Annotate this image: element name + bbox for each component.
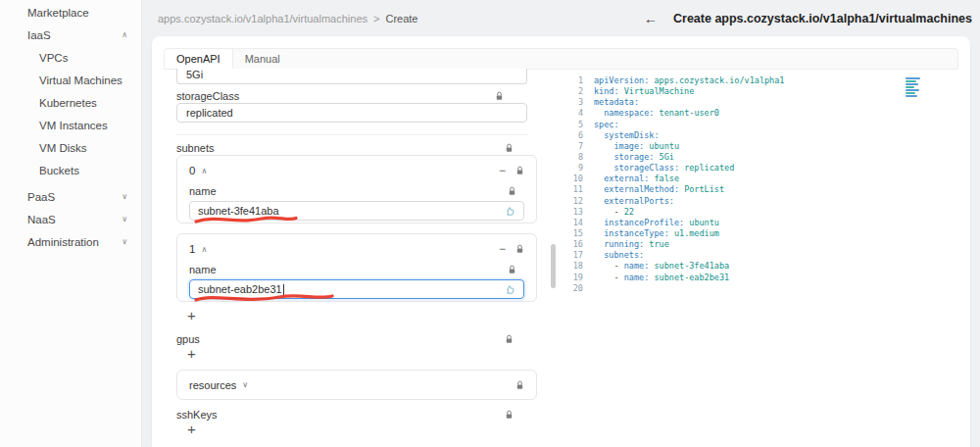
- storageclass-input[interactable]: replicated: [176, 103, 527, 123]
- sidebar-item-vm-instances[interactable]: VM Instances: [0, 114, 141, 136]
- name-label: name: [189, 185, 217, 197]
- storageclass-label: storageClass: [176, 90, 239, 102]
- remove-item-button[interactable]: −: [499, 164, 506, 177]
- storage-input[interactable]: 5Gi: [176, 69, 527, 84]
- code-line: 3metadata:: [568, 97, 956, 108]
- subnet-item-1-card: 1 ∧ − name subnet-eab2be31: [176, 233, 537, 302]
- resources-card[interactable]: resources ∨: [176, 370, 537, 400]
- code-line: 8 storage: 5Gi: [568, 152, 956, 163]
- sidebar-item-virtual-machines[interactable]: Virtual Machines: [0, 69, 141, 91]
- subnet-item-0-index: 0: [189, 165, 195, 176]
- code-line: 7 image: ubuntu: [568, 141, 956, 152]
- code-line: 14 instanceProfile: ubuntu: [568, 218, 956, 228]
- collapse-chevron-icon[interactable]: ∧: [201, 245, 207, 254]
- code-line: 17 subnets:: [568, 250, 956, 261]
- code-line: 12 externalPorts:: [568, 196, 956, 207]
- lock-icon[interactable]: [508, 186, 520, 196]
- sidebar-item-naas[interactable]: NaaS∨: [0, 208, 141, 230]
- tabbar: OpenAPI Manual: [164, 48, 958, 70]
- thumb-up-icon[interactable]: [505, 284, 515, 295]
- sidebar-item-paas[interactable]: PaaS∨: [0, 185, 141, 208]
- code-line: 2kind: VirtualMachine: [568, 86, 956, 97]
- collapse-chevron-icon[interactable]: ∧: [201, 167, 207, 175]
- subnet-item-1-name-row: name: [189, 264, 524, 275]
- gpus-label: gpus: [176, 333, 200, 345]
- page-title: Create apps.cozystack.io/v1alpha1/virtua…: [673, 12, 972, 25]
- add-subnet-button[interactable]: +: [187, 309, 196, 323]
- code-line: 20: [568, 283, 956, 294]
- page: Marketplace IaaS∧ VPCs Virtual Machines …: [0, 0, 980, 447]
- subnet-item-1-header: 1 ∧ −: [189, 242, 524, 256]
- code-line: 11 externalMethod: PortList: [568, 184, 956, 195]
- code-line: 10 external: false: [568, 174, 956, 184]
- subnet-item-0-name-row: name: [189, 185, 524, 197]
- lock-icon[interactable]: [515, 380, 524, 390]
- subnet-item-0-header: 0 ∧ −: [189, 164, 524, 177]
- subnet-item-1-index: 1: [189, 243, 195, 255]
- lock-icon[interactable]: [495, 91, 515, 101]
- lock-icon[interactable]: [515, 244, 524, 254]
- sidebar-item-vpcs[interactable]: VPCs: [0, 46, 141, 69]
- code-line: 15 instanceType: u1.medium: [568, 228, 956, 239]
- add-sshkey-button[interactable]: +: [187, 422, 196, 436]
- gpus-label-row: gpus: [176, 333, 537, 345]
- form-scrollbar[interactable]: [551, 244, 556, 288]
- subnets-label-row: subnets: [176, 142, 537, 154]
- code-line: 16 running: true: [568, 239, 956, 250]
- sidebar-item-iaas[interactable]: IaaS∧: [0, 24, 141, 46]
- chevron-down-icon: ∨: [122, 237, 127, 246]
- resources-label: resources: [189, 379, 236, 391]
- section-divider: [176, 134, 527, 135]
- header-right: ← Create apps.cozystack.io/v1alpha1/virt…: [644, 11, 972, 26]
- chevron-down-icon: ∨: [122, 215, 127, 224]
- lock-icon[interactable]: [505, 143, 525, 153]
- subnet-item-0-card: 0 ∧ − name subnet-3fe41aba: [176, 155, 537, 224]
- chevron-down-icon: ∨: [122, 192, 127, 201]
- lock-icon[interactable]: [505, 410, 525, 420]
- code-line: 5spec:: [568, 120, 956, 130]
- code-line: 4 namespace: tenant-user0: [568, 108, 956, 119]
- sshkeys-label: sshKeys: [176, 409, 218, 421]
- subnet-0-name-input[interactable]: subnet-3fe41aba: [189, 201, 524, 221]
- code-line: 1apiVersion: apps.cozystack.io/v1alpha1: [568, 75, 956, 86]
- code-line: 9 storageClass: replicated: [568, 163, 956, 174]
- code-line: 13 - 22: [568, 207, 956, 218]
- chevron-up-icon: ∧: [122, 30, 127, 39]
- breadcrumb-resource-link[interactable]: apps.cozystack.io/v1alpha1/virtualmachin…: [158, 13, 368, 25]
- code-line: 18 - name: subnet-3fe41aba: [568, 261, 956, 272]
- sidebar-item-kubernetes[interactable]: Kubernetes: [0, 91, 141, 114]
- lock-icon[interactable]: [505, 334, 525, 344]
- yaml-editor[interactable]: 1apiVersion: apps.cozystack.io/v1alpha1 …: [568, 75, 956, 294]
- breadcrumb: apps.cozystack.io/v1alpha1/virtualmachin…: [158, 13, 417, 25]
- code-line: 19 - name: subnet-eab2be31: [568, 273, 956, 283]
- name-label: name: [189, 264, 217, 275]
- lock-icon[interactable]: [515, 166, 524, 175]
- content-card: OpenAPI Manual 5Gi storageClass replicat…: [152, 36, 970, 447]
- tab-manual[interactable]: Manual: [233, 49, 292, 69]
- lock-icon[interactable]: [508, 265, 520, 274]
- back-arrow-icon[interactable]: ←: [644, 11, 658, 26]
- sidebar-item-administration[interactable]: Administration∨: [0, 230, 141, 253]
- remove-item-button[interactable]: −: [499, 242, 506, 256]
- breadcrumb-current: Create: [385, 13, 417, 25]
- sidebar: Marketplace IaaS∧ VPCs Virtual Machines …: [0, 0, 142, 447]
- add-gpu-button[interactable]: +: [187, 347, 196, 361]
- editor-minimap[interactable]: [906, 77, 923, 98]
- subnets-label: subnets: [176, 142, 215, 154]
- sidebar-item-buckets[interactable]: Buckets: [0, 159, 141, 181]
- sidebar-item-marketplace[interactable]: Marketplace: [0, 1, 141, 24]
- storageclass-label-row: storageClass: [176, 90, 527, 102]
- chevron-down-icon: ∨: [242, 380, 248, 389]
- subnet-1-name-input[interactable]: subnet-eab2be31: [189, 279, 524, 299]
- sidebar-item-vm-disks[interactable]: VM Disks: [0, 136, 141, 159]
- topbar: apps.cozystack.io/v1alpha1/virtualmachin…: [142, 0, 980, 36]
- thumb-up-icon[interactable]: [505, 206, 515, 217]
- sshkeys-label-row: sshKeys: [176, 409, 537, 421]
- code-line: 6 systemDisk:: [568, 130, 956, 141]
- tab-openapi[interactable]: OpenAPI: [165, 49, 233, 69]
- text-caret: [283, 284, 284, 295]
- breadcrumb-separator: >: [373, 13, 379, 25]
